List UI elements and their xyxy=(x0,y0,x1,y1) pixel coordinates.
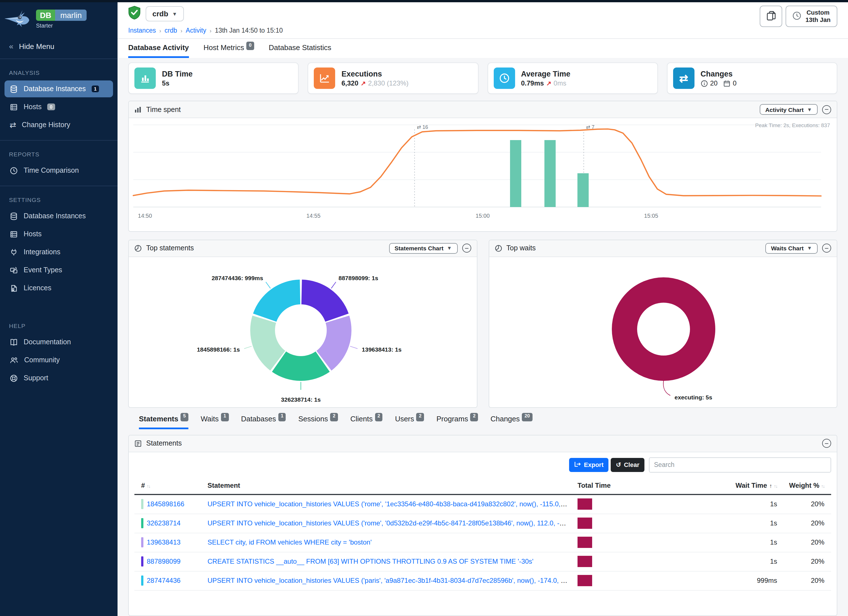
sidebar-section-label: SETTINGS xyxy=(0,193,117,206)
tab-badge: 0 xyxy=(246,42,254,50)
wait-time-cell: 1s xyxy=(693,558,777,566)
breadcrumb-item[interactable]: crdb xyxy=(165,27,177,34)
weight-cell: 20% xyxy=(777,539,824,546)
sidebar-item-event-types[interactable]: Event Types xyxy=(4,261,113,279)
column-header-waittime[interactable]: Wait Time↑↑↓ xyxy=(693,482,777,490)
sort-arrow-icon: ↑ xyxy=(769,483,772,489)
instance-selector[interactable]: crdb ▼ xyxy=(146,6,184,21)
db-time-line xyxy=(133,129,821,196)
detail-tab-users[interactable]: Users2 xyxy=(395,415,424,429)
column-header-totaltime[interactable]: Total Time xyxy=(578,482,693,490)
detail-tab-statements[interactable]: Statements5 xyxy=(139,415,188,429)
sidebar-item-hosts[interactable]: Hosts xyxy=(4,226,113,242)
tab-badge: 1 xyxy=(278,413,286,422)
change-annotation-label: ⇄ 16 xyxy=(417,124,428,130)
column-header-statement[interactable]: Statement xyxy=(208,482,578,490)
sidebar-item-database-instances[interactable]: Database Instances1 xyxy=(4,80,113,97)
detail-tab-changes[interactable]: Changes20 xyxy=(490,415,532,429)
statement-id-link[interactable]: 287474436 xyxy=(147,577,181,585)
donut-leader-line xyxy=(244,346,252,349)
sidebar-item-label: Time Comparison xyxy=(24,166,79,174)
db-time-icon xyxy=(140,73,150,83)
donut-slice-label: 139638413: 1s xyxy=(362,346,402,353)
sidebar-item-label: Database Instances xyxy=(24,212,86,220)
total-time-cell xyxy=(578,499,693,510)
statement-id-link[interactable]: 326238714 xyxy=(147,520,181,527)
waits-chart-menu[interactable]: Waits Chart ▼ xyxy=(765,243,818,254)
book-icon xyxy=(10,338,18,346)
time-range-button[interactable]: Custom 13th Jan xyxy=(786,6,837,27)
breadcrumb-item[interactable]: Activity xyxy=(186,27,206,34)
sidebar-section: SETTINGSDatabase InstancesHostsIntegrati… xyxy=(0,186,117,297)
donut-slice[interactable] xyxy=(624,290,702,368)
statement-id-link[interactable]: 139638413 xyxy=(147,539,181,546)
sidebar-item-time-comparison[interactable]: Time Comparison xyxy=(4,162,113,179)
column-header-label: # xyxy=(141,482,145,490)
detail-tab-databases[interactable]: Databases1 xyxy=(241,415,286,429)
table-row: 287474436UPSERT INTO vehicle_location_hi… xyxy=(134,571,831,591)
collapse-panel-icon[interactable] xyxy=(822,105,831,114)
activity-chart-menu[interactable]: Activity Chart ▼ xyxy=(760,104,818,115)
donut-slice[interactable] xyxy=(253,280,300,322)
statement-link[interactable]: SELECT city, id FROM vehicles WHERE city… xyxy=(208,539,372,546)
column-header-[interactable]: #↑↓ xyxy=(141,482,208,490)
top-header: crdb ▼ Instances›crdb›Activity›13th Jan … xyxy=(117,0,848,39)
sidebar-item-change-history[interactable]: ⇄Change History xyxy=(4,116,113,133)
tab-database-activity[interactable]: Database Activity xyxy=(128,43,189,58)
donut-slice-label: 287474436: 999ms xyxy=(212,274,263,281)
sidebar-item-database-instances[interactable]: Database Instances xyxy=(4,208,113,224)
metric-value-line: 200 xyxy=(701,80,737,88)
sidebar-item-licences[interactable]: Licences xyxy=(4,280,113,297)
sidebar-item-hosts[interactable]: Hosts0 xyxy=(4,98,113,115)
time-spent-chart[interactable]: ⇄ 16⇄ 714:5014:5515:0015:05 xyxy=(129,118,826,226)
menu-label: Activity Chart xyxy=(765,106,804,113)
clear-button[interactable]: ↺ Clear xyxy=(611,458,645,472)
detail-tab-waits[interactable]: Waits1 xyxy=(201,415,229,429)
events-icon xyxy=(10,266,18,274)
changes-info-count: 20 xyxy=(710,80,718,88)
export-button[interactable]: Export xyxy=(569,458,609,472)
donut-slice[interactable] xyxy=(301,280,348,322)
hide-menu-button[interactable]: « Hide Menu xyxy=(0,35,117,59)
statement-link[interactable]: CREATE STATISTICS __auto__ FROM [63] WIT… xyxy=(208,558,534,566)
search-input[interactable] xyxy=(649,457,831,472)
donut-slice-label: 326238714: 1s xyxy=(281,396,320,403)
support-icon xyxy=(10,374,18,382)
tab-host-metrics[interactable]: Host Metrics0 xyxy=(203,43,254,58)
detail-tab-programs[interactable]: Programs2 xyxy=(436,415,478,429)
x-tick-label: 14:50 xyxy=(138,213,152,219)
info-icon xyxy=(701,80,708,87)
table-row: 139638413SELECT city, id FROM vehicles W… xyxy=(134,533,831,552)
sidebar-section: HELPDocumentationCommunitySupport xyxy=(0,312,117,386)
detail-tab-clients[interactable]: Clients2 xyxy=(350,415,382,429)
column-header-weight[interactable]: Weight %↑↓ xyxy=(777,482,824,490)
sidebar-item-label: Hosts xyxy=(24,230,42,238)
sidebar-item-integrations[interactable]: Integrations xyxy=(4,243,113,260)
waits-donut-chart[interactable]: executing: 5s xyxy=(489,257,837,407)
collapse-panel-icon[interactable] xyxy=(462,244,471,253)
statement-cell: SELECT city, id FROM vehicles WHERE city… xyxy=(208,539,578,546)
sidebar-item-documentation[interactable]: Documentation xyxy=(4,334,113,350)
average-time-icon xyxy=(498,73,510,84)
collapse-panel-icon[interactable] xyxy=(822,244,831,253)
statements-chart-menu[interactable]: Statements Chart ▼ xyxy=(389,243,457,254)
panel-title: Top waits xyxy=(506,245,536,252)
sidebar-item-community[interactable]: Community xyxy=(4,352,113,368)
copy-link-button[interactable] xyxy=(760,6,783,27)
tab-database-statistics[interactable]: Database Statistics xyxy=(269,43,332,58)
statement-link[interactable]: UPSERT INTO vehicle_location_histories V… xyxy=(208,500,578,508)
metric-value: 0.79ms xyxy=(521,80,544,88)
server-icon xyxy=(10,230,18,238)
sidebar-item-support[interactable]: Support xyxy=(4,370,113,386)
collapse-panel-icon[interactable] xyxy=(822,439,831,448)
x-tick-label: 14:55 xyxy=(307,213,320,219)
statement-link[interactable]: UPSERT INTO vehicle_location_histories V… xyxy=(208,520,571,527)
x-tick-label: 15:00 xyxy=(476,213,490,219)
detail-tab-sessions[interactable]: Sessions2 xyxy=(298,415,338,429)
statements-donut-chart[interactable]: 887898099: 1s139638413: 1s326238714: 1s1… xyxy=(129,257,477,407)
statement-id-link[interactable]: 887898099 xyxy=(147,558,181,566)
statement-link[interactable]: UPSERT INTO vehicle_location_histories V… xyxy=(208,577,578,585)
statement-id-link[interactable]: 1845898166 xyxy=(147,500,184,508)
sidebar-item-label: Hosts xyxy=(24,103,42,111)
breadcrumb-item[interactable]: Instances xyxy=(128,27,156,34)
